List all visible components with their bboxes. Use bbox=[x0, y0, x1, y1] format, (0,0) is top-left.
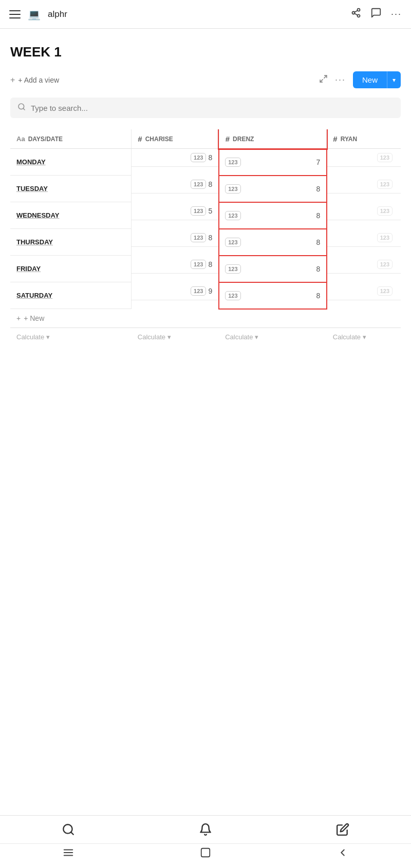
share-icon[interactable] bbox=[351, 8, 361, 21]
badge-123-ryan: 123 bbox=[377, 260, 393, 269]
calculate-label-charise: Calculate bbox=[138, 333, 165, 341]
badge-123-ryan: 123 bbox=[377, 153, 393, 162]
calculate-button-ryan[interactable]: Calculate ▾ bbox=[333, 333, 366, 341]
calculate-label-ryan: Calculate bbox=[333, 333, 361, 341]
hamburger-icon[interactable] bbox=[9, 10, 21, 18]
bottom-bars-icon[interactable] bbox=[63, 847, 74, 861]
bottom-back-icon[interactable] bbox=[337, 847, 348, 861]
chevron-calc-ryan: ▾ bbox=[363, 333, 366, 341]
bottom-bell-icon[interactable] bbox=[199, 823, 212, 839]
bottom-edit-icon[interactable] bbox=[336, 823, 349, 839]
table-container: Aa DAYS/DATE # CHARISE # DRENZ bbox=[10, 129, 401, 346]
drenz-value: 8 bbox=[316, 292, 321, 300]
drenz-cell[interactable]: 1238 bbox=[219, 256, 327, 282]
page-title: WEEK 1 bbox=[10, 44, 401, 60]
charise-value: 8 bbox=[208, 234, 212, 242]
calculate-button-drenz[interactable]: Calculate ▾ bbox=[225, 333, 258, 341]
nav-right: ··· bbox=[351, 7, 402, 21]
more-options-icon[interactable]: ··· bbox=[335, 74, 346, 85]
charise-cell[interactable]: 1238 bbox=[132, 149, 219, 167]
calculate-button-charise[interactable]: Calculate ▾ bbox=[138, 333, 171, 341]
day-cell[interactable]: MONDAY bbox=[10, 149, 132, 176]
day-cell[interactable]: THURSDAY bbox=[10, 229, 132, 256]
bottom-home-icon[interactable] bbox=[200, 847, 211, 861]
badge-123-ryan: 123 bbox=[377, 180, 393, 189]
plus-icon: + bbox=[10, 75, 15, 85]
charise-value: 8 bbox=[208, 153, 212, 162]
text-type-icon: Aa bbox=[16, 135, 25, 143]
search-bar bbox=[10, 98, 401, 118]
new-button[interactable]: New bbox=[353, 71, 387, 88]
calculate-label-days: Calculate bbox=[16, 333, 44, 341]
badge-123-charise: 123 bbox=[191, 180, 206, 189]
svg-line-10 bbox=[71, 832, 73, 835]
svg-line-8 bbox=[23, 108, 25, 110]
ryan-cell[interactable]: 123 bbox=[327, 256, 401, 274]
add-view-button[interactable]: + + Add a view bbox=[10, 75, 59, 85]
col-header-charise: # CHARISE bbox=[132, 129, 219, 149]
table-row: MONDAY12381237123 bbox=[10, 149, 401, 176]
drenz-cell[interactable]: 1238 bbox=[219, 229, 327, 256]
charise-cell[interactable]: 1239 bbox=[132, 282, 219, 300]
ryan-cell[interactable]: 123 bbox=[327, 176, 401, 194]
drenz-cell[interactable]: 1238 bbox=[219, 282, 327, 309]
chevron-calc-days: ▾ bbox=[46, 333, 50, 341]
calculate-button-days[interactable]: Calculate ▾ bbox=[16, 333, 50, 341]
day-cell[interactable]: TUESDAY bbox=[10, 176, 132, 202]
table-row: TUESDAY12381238123 bbox=[10, 176, 401, 202]
hash-icon-charise: # bbox=[138, 134, 142, 143]
search-input[interactable] bbox=[31, 104, 394, 112]
charise-cell[interactable]: 1238 bbox=[132, 229, 219, 247]
day-cell[interactable]: FRIDAY bbox=[10, 256, 132, 282]
calc-cell-charise: Calculate ▾ bbox=[132, 328, 219, 346]
ryan-cell[interactable]: 123 bbox=[327, 229, 401, 247]
hash-icon-drenz: # bbox=[226, 134, 230, 143]
search-icon bbox=[17, 103, 26, 113]
drenz-cell[interactable]: 1238 bbox=[219, 176, 327, 202]
col-label-drenz: DRENZ bbox=[233, 136, 254, 143]
drenz-cell[interactable]: 1238 bbox=[219, 202, 327, 229]
calc-cell-drenz: Calculate ▾ bbox=[219, 328, 327, 346]
svg-line-3 bbox=[354, 13, 358, 15]
expand-icon[interactable] bbox=[319, 74, 328, 85]
toolbar-right: ··· New ▾ bbox=[319, 71, 401, 88]
col-header-ryan: # RYAN bbox=[327, 129, 401, 149]
charise-value: 9 bbox=[208, 287, 212, 295]
table-row: WEDNESDAY12351238123 bbox=[10, 202, 401, 229]
badge-123-drenz: 123 bbox=[225, 211, 240, 220]
col-label-charise: CHARISE bbox=[145, 136, 173, 143]
badge-123-charise: 123 bbox=[191, 286, 206, 296]
calc-cell-days: Calculate ▾ bbox=[10, 328, 132, 346]
message-icon[interactable] bbox=[370, 7, 382, 21]
bottom-search-icon[interactable] bbox=[62, 823, 75, 839]
app-title: alphr bbox=[48, 9, 67, 20]
ryan-cell[interactable]: 123 bbox=[327, 282, 401, 300]
bottom-nav bbox=[0, 815, 411, 868]
drenz-value: 8 bbox=[316, 211, 321, 220]
col-header-days: Aa DAYS/DATE bbox=[10, 129, 132, 149]
ryan-cell[interactable]: 123 bbox=[327, 149, 401, 167]
day-cell[interactable]: WEDNESDAY bbox=[10, 202, 132, 229]
toolbar: + + Add a view ··· New ▾ bbox=[10, 71, 401, 88]
drenz-cell[interactable]: 1237 bbox=[219, 149, 327, 176]
charise-value: 8 bbox=[208, 260, 212, 268]
badge-123-drenz: 123 bbox=[225, 264, 240, 274]
calculate-label-drenz: Calculate bbox=[225, 333, 253, 341]
new-dropdown-button[interactable]: ▾ bbox=[387, 71, 401, 88]
col-label-ryan: RYAN bbox=[341, 136, 357, 143]
badge-123-drenz: 123 bbox=[225, 184, 240, 194]
charise-cell[interactable]: 1238 bbox=[132, 176, 219, 194]
chevron-down-icon: ▾ bbox=[393, 76, 396, 84]
drenz-value: 8 bbox=[316, 265, 321, 273]
charise-cell[interactable]: 1238 bbox=[132, 256, 219, 274]
ryan-cell[interactable]: 123 bbox=[327, 202, 401, 220]
charise-cell[interactable]: 1235 bbox=[132, 202, 219, 220]
new-button-group: New ▾ bbox=[353, 71, 401, 88]
more-dots-icon[interactable]: ··· bbox=[391, 9, 402, 20]
calculate-row: Calculate ▾ Calculate ▾ Calculate bbox=[10, 328, 401, 346]
day-cell[interactable]: SATURDAY bbox=[10, 282, 132, 309]
new-row-label: + New bbox=[24, 314, 44, 322]
calc-cell-ryan: Calculate ▾ bbox=[327, 328, 401, 346]
new-row-button[interactable]: + + New bbox=[16, 314, 44, 322]
new-row-cell: + + New bbox=[10, 309, 401, 328]
